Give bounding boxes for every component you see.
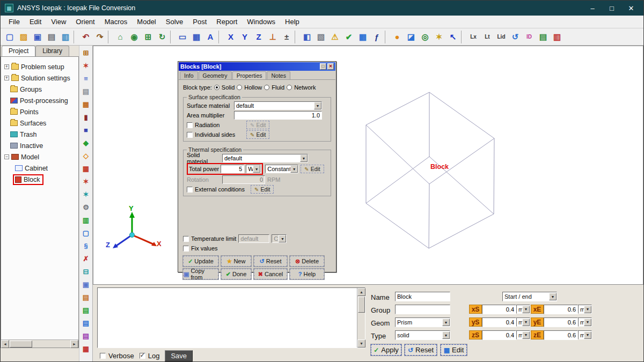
log-vertical-scrollbar[interactable]: ▲ ▼ — [357, 288, 365, 348]
trace-x-icon[interactable]: Lx — [466, 30, 480, 44]
scroll-down-icon[interactable]: ▼ — [357, 339, 365, 348]
total-power-unit-select[interactable]: W ▼ — [246, 165, 261, 173]
view-y-icon[interactable]: Y — [238, 30, 252, 44]
function-fx-icon[interactable]: ƒ — [370, 30, 384, 44]
zs-unit-select[interactable]: m▼ — [516, 330, 530, 339]
close-button[interactable]: ✕ — [622, 2, 640, 14]
menu-post[interactable]: Post — [188, 17, 211, 27]
trace-id-icon[interactable]: Lid — [494, 30, 508, 44]
tab-library[interactable]: Library — [35, 46, 69, 56]
area-multiplier-input[interactable] — [234, 111, 322, 120]
external-conditions-checkbox[interactable] — [187, 187, 193, 193]
menu-orient[interactable]: Orient — [71, 17, 99, 27]
fix-values-checkbox[interactable] — [183, 246, 189, 252]
tree-item-points[interactable]: Points — [1, 106, 78, 117]
wire-frame-icon[interactable]: ▭ — [175, 30, 189, 44]
spring-resistance-icon[interactable]: § — [80, 240, 92, 252]
verbose-checkbox[interactable] — [100, 353, 106, 359]
update-button[interactable]: ✓Update — [183, 256, 218, 267]
radiation-edit-button[interactable]: ✎Edit — [246, 121, 269, 129]
log-checkbox[interactable] — [140, 353, 145, 359]
surface-material-select[interactable]: default ▼ — [234, 101, 322, 110]
edit-button[interactable]: ▦Edit — [441, 344, 467, 356]
menu-solve[interactable]: Solve — [161, 17, 188, 27]
log-output-area[interactable]: ▲ ▼ — [97, 287, 365, 348]
assembly-stack-icon[interactable]: ≡ — [80, 72, 92, 84]
delete-button[interactable]: ⊗Delete — [290, 256, 324, 267]
align-level-icon[interactable]: ± — [280, 30, 294, 44]
reset-button[interactable]: ↺Reset — [405, 344, 437, 356]
delete-object-icon[interactable]: ✗ — [80, 253, 92, 264]
macro-book-2-icon[interactable]: ▤ — [80, 304, 92, 316]
summary-table-icon[interactable]: ▦ — [356, 30, 370, 44]
gear-source-icon[interactable]: ⚙ — [80, 201, 92, 213]
view-z-icon[interactable]: Z — [252, 30, 266, 44]
start-end-mode-select[interactable]: Start / end ▼ — [502, 292, 557, 301]
ye-unit-select[interactable]: m▼ — [578, 317, 592, 327]
solid-material-select[interactable]: default ▼ — [222, 154, 308, 162]
type-select[interactable]: solid ▼ — [395, 330, 450, 340]
report-notebook-icon[interactable]: ▤ — [536, 30, 550, 44]
dialog-close-button[interactable]: ✕ — [327, 63, 334, 70]
zs-input[interactable] — [482, 330, 516, 340]
axis-triad-icon[interactable]: ⊥ — [266, 30, 280, 44]
tree-item-solution-settings[interactable]: + Solution settings — [1, 72, 78, 84]
xe-unit-select[interactable]: m▼ — [578, 305, 592, 314]
object-sphere-icon[interactable]: ● — [390, 30, 404, 44]
done-button[interactable]: ✔Done — [221, 269, 251, 279]
radio-solid[interactable] — [214, 85, 219, 90]
ye-input[interactable] — [544, 317, 578, 327]
new-file-icon[interactable]: ▢ — [3, 30, 17, 44]
dialog-maximize-button[interactable]: □ — [320, 63, 326, 70]
menu-edit[interactable]: Edit — [25, 17, 46, 27]
menu-windows[interactable]: Windows — [242, 17, 280, 27]
total-power-input[interactable] — [221, 165, 244, 173]
tree-item-problem-setup[interactable]: + Problem setup — [1, 61, 78, 72]
external-conditions-edit-button[interactable]: ✎Edit — [251, 185, 274, 194]
copy-object-icon[interactable]: ▣ — [80, 278, 92, 290]
blower-teal-icon[interactable]: ✶ — [80, 188, 92, 200]
help-button[interactable]: ?Help — [290, 269, 324, 279]
temperature-limit-checkbox[interactable] — [183, 236, 189, 242]
ys-input[interactable] — [482, 317, 516, 327]
scroll-left-icon[interactable]: ◄ — [1, 340, 9, 348]
ys-unit-select[interactable]: m▼ — [516, 317, 530, 327]
minimize-button[interactable]: – — [583, 2, 602, 14]
dialog-titlebar[interactable]: Blocks [Block] □ ✕ — [179, 62, 335, 71]
tab-project[interactable]: Project — [2, 46, 35, 56]
rotate-view-icon[interactable]: ↻ — [155, 30, 169, 44]
cancel-button[interactable]: ✖Cancel — [254, 269, 287, 279]
macro-book-3-icon[interactable]: ▤ — [80, 317, 92, 329]
pcb-board-icon[interactable]: ▥ — [80, 214, 92, 226]
block-tool-icon[interactable]: ■ — [80, 124, 92, 136]
macro-book-4-icon[interactable]: ▤ — [80, 330, 92, 342]
tab-properties[interactable]: Properties — [232, 71, 267, 79]
power-apps-icon[interactable]: ▥ — [550, 30, 564, 44]
ze-input[interactable] — [544, 330, 578, 340]
individual-sides-edit-button[interactable]: ✎Edit — [246, 130, 269, 139]
grille-icon[interactable]: ▩ — [80, 98, 92, 110]
reset-button[interactable]: ↺Reset — [254, 256, 287, 267]
radio-fluid[interactable] — [264, 85, 269, 90]
scrollbar-thumb[interactable] — [358, 297, 365, 313]
save-button[interactable]: Save — [165, 350, 193, 361]
zoom-fit-icon[interactable]: ⌂ — [113, 30, 127, 44]
network-grid-icon[interactable]: ▦ — [80, 343, 92, 354]
expander-icon[interactable]: + — [4, 64, 9, 69]
scrollbar-thumb[interactable] — [10, 341, 32, 348]
undo-icon[interactable]: ↶ — [79, 30, 93, 44]
rotate-anim-icon[interactable]: ↺ — [508, 30, 522, 44]
enclosure-icon[interactable]: ▢ — [80, 227, 92, 239]
individual-sides-checkbox[interactable] — [187, 132, 193, 138]
plane-cut-icon[interactable]: ◪ — [404, 30, 418, 44]
view-x-icon[interactable]: X — [224, 30, 238, 44]
tree-item-groups[interactable]: Groups — [1, 84, 78, 95]
validate-icon[interactable]: ✔ — [342, 30, 356, 44]
iso-surface-icon[interactable]: ◎ — [418, 30, 432, 44]
tree-item-trash[interactable]: Trash — [1, 129, 78, 140]
scroll-up-icon[interactable]: ▲ — [357, 288, 365, 296]
name-input[interactable] — [395, 292, 450, 301]
cabinet-tool-icon[interactable]: ▤ — [80, 85, 92, 97]
heatsink-icon[interactable]: ▮ — [80, 111, 92, 123]
redo-icon[interactable]: ↷ — [93, 30, 107, 44]
